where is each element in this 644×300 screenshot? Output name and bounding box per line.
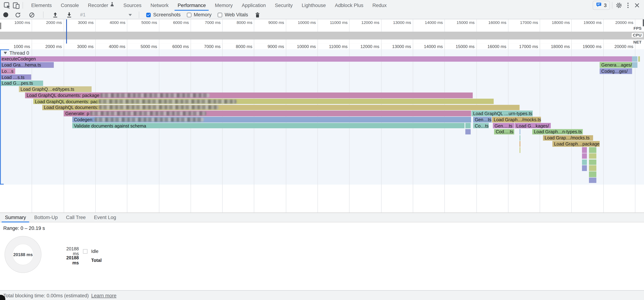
messages-badge-button[interactable]: 3 xyxy=(593,1,610,10)
thread-track-header[interactable]: Thread 0 xyxy=(4,50,29,56)
detail-tab-call-tree[interactable]: Call Tree xyxy=(62,213,90,222)
flame-event[interactable] xyxy=(582,153,587,159)
tab-security[interactable]: Security xyxy=(270,0,297,11)
flame-event[interactable] xyxy=(582,147,587,153)
flame-event[interactable] xyxy=(582,159,587,165)
flame-event[interactable] xyxy=(466,129,471,135)
flame-event[interactable]: Generate: p xyxy=(64,111,471,116)
gridline xyxy=(318,49,318,212)
trash-icon[interactable] xyxy=(253,10,262,19)
tab-adblock-plus[interactable]: Adblock Plus xyxy=(330,0,368,11)
flame-event[interactable]: Codegen: xyxy=(72,117,471,123)
flame-event[interactable]: Validate documents against schema xyxy=(72,123,464,128)
reload-and-record-icon[interactable] xyxy=(13,10,22,19)
tab-network[interactable]: Network xyxy=(146,0,173,11)
legend-row-total: 20188 msTotal xyxy=(60,256,102,265)
flame-event[interactable] xyxy=(520,141,520,147)
flame-event[interactable]: Load Grap…/mocks.ts xyxy=(543,135,593,141)
flame-event[interactable] xyxy=(589,153,596,159)
flame-event[interactable] xyxy=(520,129,520,135)
more-menu-kebab-icon[interactable] xyxy=(624,1,632,10)
flame-event[interactable] xyxy=(520,147,520,153)
flame-event[interactable] xyxy=(520,135,520,141)
scrollbar-thumb[interactable] xyxy=(643,19,644,26)
ruler-tick-label: 4000 ms xyxy=(92,44,126,49)
flame-event[interactable]: Load …s.ts xyxy=(0,74,31,80)
flame-event[interactable]: Load GraphQ…ed/types.ts xyxy=(19,87,92,92)
flame-event[interactable]: Load GraphQL documents: package xyxy=(25,93,472,98)
close-icon[interactable] xyxy=(632,1,642,10)
detail-tab-summary[interactable]: Summary xyxy=(1,213,30,222)
flame-event[interactable] xyxy=(582,165,587,171)
flame-event[interactable]: Load Graph…n-types.ts xyxy=(532,129,583,135)
record-button[interactable] xyxy=(3,13,8,17)
timeline-overview[interactable]: 1000 ms2000 ms3000 ms4000 ms5000 ms6000 … xyxy=(0,19,644,44)
tab-memory[interactable]: Memory xyxy=(210,0,237,11)
tab-performance[interactable]: Performance xyxy=(173,0,210,11)
flame-event[interactable] xyxy=(589,171,596,177)
flame-event[interactable]: Load GraphQL documents: xyxy=(42,105,520,110)
flame-event[interactable] xyxy=(466,123,471,128)
profile-select[interactable]: #1 xyxy=(80,12,132,18)
learn-more-link[interactable]: Learn more xyxy=(91,292,116,298)
flame-event[interactable]: Genera…ages/ xyxy=(600,62,632,68)
ruler-tick-label: 11000 ms xyxy=(315,20,348,25)
flame-event[interactable] xyxy=(589,165,596,171)
screenshots-checkbox[interactable] xyxy=(146,13,151,17)
load-profile-icon[interactable] xyxy=(50,10,60,19)
web-vitals-checkbox[interactable] xyxy=(218,13,222,17)
flame-event[interactable]: Load Graph…packages/ xyxy=(552,141,600,147)
flame-event[interactable]: Co…ts xyxy=(473,123,489,128)
flame-event[interactable]: Load Graph…/mocks.ts xyxy=(492,117,541,123)
checkbox-screenshots[interactable]: Screenshots xyxy=(146,12,180,18)
flame-event[interactable]: Codeg…ges/ xyxy=(600,68,632,74)
tab-sources[interactable]: Sources xyxy=(119,0,146,11)
flame-event[interactable]: executeCodegen xyxy=(0,56,632,62)
inspect-element-icon[interactable] xyxy=(2,1,12,10)
track-selection-bracket xyxy=(0,49,1,185)
detail-tab-bottom-up[interactable]: Bottom-Up xyxy=(30,213,62,222)
range-label: Range: 0 – 20.19 s xyxy=(3,225,45,231)
flame-event[interactable]: Load G…pes.ts xyxy=(0,80,43,86)
flame-event[interactable]: Cod….ts xyxy=(494,129,514,135)
checkbox-web-vitals[interactable]: Web Vitals xyxy=(218,12,248,18)
clear-icon[interactable] xyxy=(27,10,36,19)
overview-drag-handle[interactable] xyxy=(0,23,1,29)
flame-event[interactable] xyxy=(632,56,638,62)
flame-event[interactable]: Load GraphQL …urn-types.ts xyxy=(472,111,533,116)
detail-tab-event-log[interactable]: Event Log xyxy=(90,213,120,222)
tab-console[interactable]: Console xyxy=(56,0,84,11)
memory-checkbox[interactable] xyxy=(187,13,191,17)
checkbox-memory[interactable]: Memory xyxy=(187,12,212,18)
flame-chart[interactable]: Thread 0 executeCodegenLoad Gra…hema.tsG… xyxy=(0,49,644,212)
event-label: Genera…ages/ xyxy=(600,62,632,67)
device-toolbar-icon[interactable] xyxy=(12,1,20,10)
flame-event[interactable] xyxy=(589,177,596,183)
tab-redux[interactable]: Redux xyxy=(368,0,391,11)
flame-event[interactable]: Gen…ts xyxy=(473,117,492,123)
settings-gear-icon[interactable] xyxy=(614,1,623,10)
flame-event[interactable]: Load Gra…hema.ts xyxy=(0,62,54,68)
tab-application[interactable]: Application xyxy=(237,0,270,11)
gridline xyxy=(413,49,413,212)
flame-event[interactable]: Load G…kages/ xyxy=(514,123,551,128)
playhead-line[interactable] xyxy=(66,19,67,44)
flame-event[interactable]: Gen….ts xyxy=(493,123,514,128)
flame-event[interactable] xyxy=(632,62,638,68)
tab-recorder[interactable]: Recorder xyxy=(84,0,119,11)
redacted-text-blur xyxy=(99,105,218,110)
tab-lighthouse[interactable]: Lighthouse xyxy=(297,0,330,11)
event-label: Load Grap…/mocks.ts xyxy=(543,135,590,140)
save-profile-icon[interactable] xyxy=(64,10,74,19)
flame-event[interactable]: Load GraphQL documents: pac xyxy=(33,99,494,104)
flame-event[interactable] xyxy=(589,147,596,153)
tab-elements[interactable]: Elements xyxy=(27,0,56,11)
ruler-tick-label: 3000 ms xyxy=(61,20,94,25)
ruler-tick-label: 1000 ms xyxy=(0,20,30,25)
collapse-triangle-icon[interactable] xyxy=(4,52,7,54)
flask-icon xyxy=(110,0,114,11)
event-label: executeCodegen xyxy=(0,57,36,61)
flame-event[interactable] xyxy=(589,159,596,165)
flame-event[interactable] xyxy=(638,56,640,62)
flame-event[interactable]: Lo…s xyxy=(0,68,15,74)
